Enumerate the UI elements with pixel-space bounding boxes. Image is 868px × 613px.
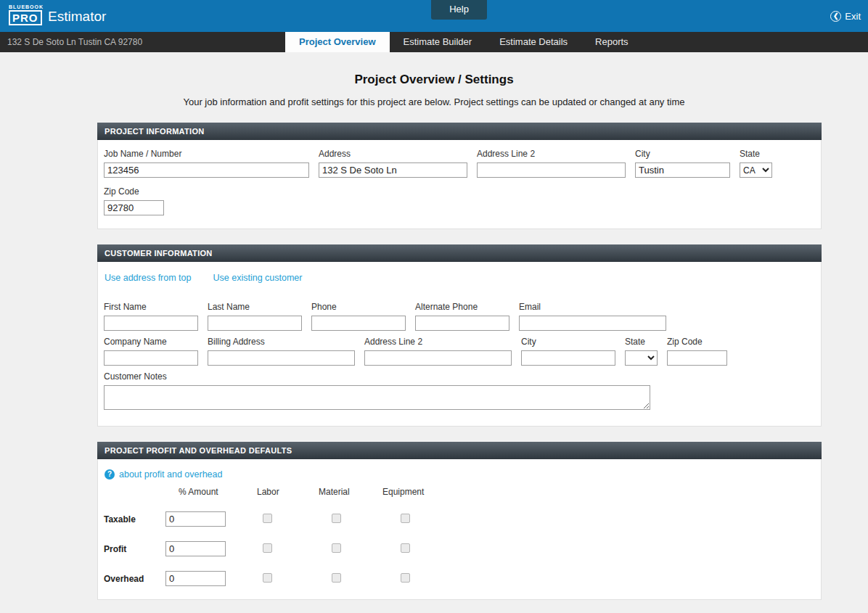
use-existing-customer-link[interactable]: Use existing customer bbox=[213, 273, 303, 283]
customer-state-field: State bbox=[625, 337, 658, 366]
phone-input[interactable] bbox=[311, 316, 406, 331]
customer-information-section: CUSTOMER INFORMATION Use address from to… bbox=[97, 244, 822, 427]
customer-address2-input[interactable] bbox=[364, 350, 512, 366]
job-name-label: Job Name / Number bbox=[104, 149, 309, 159]
taxable-labor-checkbox[interactable] bbox=[263, 514, 272, 523]
customer-notes-field: Customer Notes bbox=[104, 371, 814, 413]
customer-zip-input[interactable] bbox=[667, 350, 727, 366]
customer-city-label: City bbox=[521, 337, 615, 347]
taxable-equipment-checkbox[interactable] bbox=[401, 514, 410, 523]
tab-estimate-builder[interactable]: Estimate Builder bbox=[390, 32, 486, 52]
project-address2-field: Address Line 2 bbox=[477, 149, 626, 178]
company-name-input[interactable] bbox=[104, 350, 198, 366]
about-profit-overhead-label: about profit and overhead bbox=[119, 469, 222, 480]
first-name-label: First Name bbox=[104, 302, 198, 312]
project-address2-input[interactable] bbox=[477, 162, 626, 178]
customer-city-field: City bbox=[521, 337, 615, 366]
help-button[interactable]: Help bbox=[431, 0, 487, 20]
overhead-material-checkbox[interactable] bbox=[332, 573, 341, 583]
profit-equipment-checkbox[interactable] bbox=[401, 543, 410, 553]
question-mark-icon: ? bbox=[105, 469, 115, 480]
company-name-field: Company Name bbox=[104, 337, 198, 366]
customer-info-row-1: First Name Last Name Phone Alternate Pho… bbox=[104, 302, 814, 331]
billing-address-input[interactable] bbox=[208, 350, 355, 366]
profit-amount-input[interactable] bbox=[165, 541, 226, 556]
project-city-label: City bbox=[635, 149, 730, 159]
taxable-row: Taxable bbox=[104, 511, 814, 527]
project-address-input[interactable] bbox=[319, 162, 467, 178]
phone-label: Phone bbox=[311, 302, 406, 312]
taxable-material-checkbox[interactable] bbox=[332, 514, 341, 523]
billing-address-field: Billing Address bbox=[208, 337, 355, 366]
column-spacer bbox=[104, 487, 165, 497]
alternate-phone-field: Alternate Phone bbox=[415, 302, 509, 331]
taxable-equipment-cell bbox=[365, 513, 434, 526]
alternate-phone-input[interactable] bbox=[415, 316, 509, 331]
project-state-select[interactable]: CA bbox=[740, 162, 772, 178]
exit-button[interactable]: ❮ Exit bbox=[830, 11, 861, 22]
profit-overhead-panel: ? about profit and overhead % Amount Lab… bbox=[97, 459, 822, 600]
project-city-input[interactable] bbox=[635, 162, 730, 178]
overhead-equipment-cell bbox=[365, 572, 434, 585]
alternate-phone-label: Alternate Phone bbox=[415, 302, 509, 312]
profit-material-cell bbox=[296, 543, 365, 556]
tab-project-overview[interactable]: Project Overview bbox=[285, 32, 390, 52]
email-field: Email bbox=[519, 302, 666, 331]
logo-estimator-text: Estimator bbox=[48, 9, 106, 25]
customer-address2-label: Address Line 2 bbox=[364, 337, 512, 347]
profit-overhead-section: PROJECT PROFIT AND OVERHEAD DEFAULTS ? a… bbox=[97, 442, 822, 600]
overhead-labor-checkbox[interactable] bbox=[263, 573, 272, 583]
project-info-row-1: Job Name / Number Address Address Line 2… bbox=[104, 149, 814, 178]
customer-address2-field: Address Line 2 bbox=[364, 337, 512, 366]
company-name-label: Company Name bbox=[104, 337, 198, 347]
job-name-field: Job Name / Number bbox=[104, 149, 309, 178]
main-tabs: Project Overview Estimate Builder Estima… bbox=[285, 32, 642, 52]
overhead-material-cell bbox=[296, 572, 365, 585]
profit-overhead-header: PROJECT PROFIT AND OVERHEAD DEFAULTS bbox=[97, 442, 822, 459]
profit-labor-cell bbox=[227, 543, 296, 556]
customer-links: Use address from top Use existing custom… bbox=[105, 273, 814, 283]
job-name-input[interactable] bbox=[104, 162, 309, 178]
column-labor: Labor bbox=[227, 487, 296, 497]
profit-label: Profit bbox=[104, 544, 165, 554]
project-zip-input[interactable] bbox=[104, 200, 164, 215]
column-amount: % Amount bbox=[165, 487, 227, 497]
page-subtitle: Your job information and profit settings… bbox=[0, 96, 868, 107]
logo-bluebook-text: BLUEBOOK bbox=[9, 4, 44, 10]
taxable-amount-cell bbox=[165, 511, 227, 527]
customer-zip-field: Zip Code bbox=[667, 337, 727, 366]
bluebook-pro-logo: BLUEBOOK PRO bbox=[9, 4, 44, 25]
project-state-field: State CA bbox=[740, 149, 772, 178]
customer-state-label: State bbox=[625, 337, 658, 347]
taxable-amount-input[interactable] bbox=[165, 511, 226, 527]
project-state-label: State bbox=[740, 149, 772, 159]
last-name-input[interactable] bbox=[208, 316, 302, 331]
customer-city-input[interactable] bbox=[521, 350, 615, 366]
project-info-row-2: Zip Code bbox=[104, 186, 814, 215]
last-name-field: Last Name bbox=[208, 302, 302, 331]
profit-material-checkbox[interactable] bbox=[332, 543, 341, 553]
page-content: PROJECT INFORMATION Job Name / Number Ad… bbox=[97, 123, 822, 600]
page-title: Project Overview / Settings bbox=[0, 73, 868, 87]
exit-back-arrow-icon: ❮ bbox=[830, 11, 841, 22]
top-bar: BLUEBOOK PRO Estimator Help ❮ Exit bbox=[0, 0, 868, 32]
customer-state-select[interactable] bbox=[625, 350, 658, 366]
billing-address-label: Billing Address bbox=[208, 337, 355, 347]
project-city-field: City bbox=[635, 149, 730, 178]
about-profit-overhead-link[interactable]: ? about profit and overhead bbox=[105, 469, 814, 480]
first-name-input[interactable] bbox=[104, 316, 198, 331]
app-logo: BLUEBOOK PRO Estimator bbox=[9, 4, 106, 25]
customer-zip-label: Zip Code bbox=[667, 337, 727, 347]
profit-labor-checkbox[interactable] bbox=[263, 543, 272, 553]
tab-reports[interactable]: Reports bbox=[581, 32, 642, 52]
tab-estimate-details[interactable]: Estimate Details bbox=[486, 32, 581, 52]
customer-notes-textarea[interactable] bbox=[104, 385, 650, 410]
profit-amount-cell bbox=[165, 541, 227, 556]
overhead-equipment-checkbox[interactable] bbox=[401, 573, 410, 583]
profit-overhead-column-headers: % Amount Labor Material Equipment bbox=[104, 487, 814, 497]
email-input[interactable] bbox=[519, 316, 666, 331]
overhead-amount-cell bbox=[165, 571, 227, 586]
overhead-amount-input[interactable] bbox=[165, 571, 226, 586]
logo-pro-text: PRO bbox=[9, 10, 42, 25]
use-address-from-top-link[interactable]: Use address from top bbox=[105, 273, 192, 283]
